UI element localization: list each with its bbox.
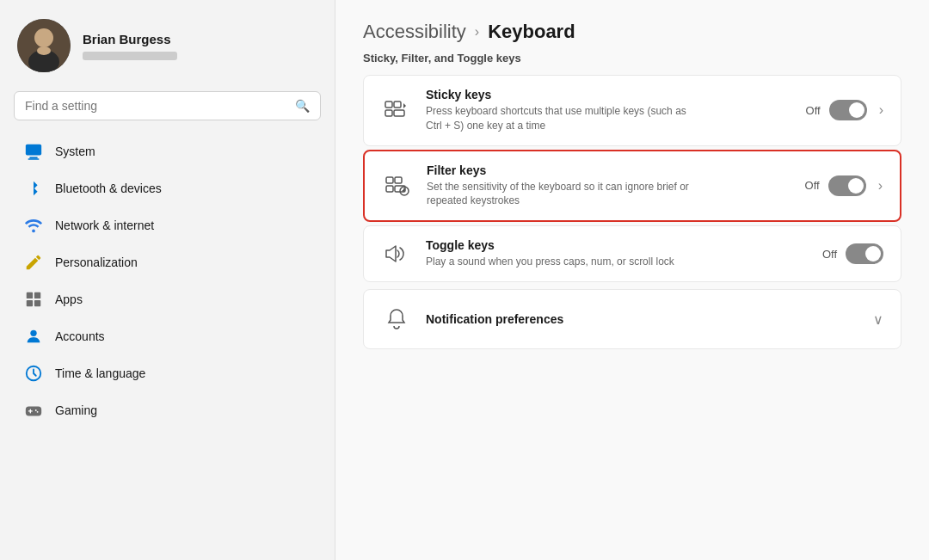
toggle-keys-label: Toggle keys	[426, 238, 809, 252]
filter-keys-desc: Set the sensitivity of the keyboard so i…	[427, 180, 702, 209]
svg-point-7	[32, 230, 35, 233]
svg-rect-6	[28, 158, 40, 159]
svg-rect-21	[386, 177, 393, 183]
svg-point-1	[34, 28, 53, 47]
apps-icon	[24, 290, 43, 309]
filter-keys-text: Filter keys Set the sensitivity of the k…	[427, 163, 791, 209]
network-icon	[24, 216, 43, 235]
svg-rect-23	[386, 186, 393, 192]
toggle-keys-icon	[381, 238, 412, 269]
notification-preferences-icon	[381, 304, 412, 335]
sidebar-item-label-apps: Apps	[55, 292, 83, 306]
nav-list: System Bluetooth & devices Network & int…	[0, 127, 335, 560]
gaming-icon	[24, 401, 43, 420]
svg-rect-4	[26, 145, 41, 156]
svg-point-15	[35, 409, 37, 411]
user-name: Brian Burgess	[83, 32, 177, 46]
filter-keys-control: Off ›	[805, 175, 883, 196]
sticky-keys-text: Sticky keys Press keyboard shortcuts tha…	[426, 88, 792, 133]
toggle-keys-card: Toggle keys Play a sound when you press …	[363, 225, 901, 282]
avatar	[17, 19, 71, 72]
svg-point-12	[30, 330, 36, 336]
sidebar-item-time[interactable]: Time & language	[7, 355, 328, 391]
sidebar-item-gaming[interactable]: Gaming	[7, 392, 328, 428]
toggle-keys-desc: Play a sound when you press caps, num, o…	[426, 255, 701, 269]
sidebar-item-label-personalization: Personalization	[55, 255, 138, 269]
sidebar-item-bluetooth[interactable]: Bluetooth & devices	[7, 170, 328, 206]
svg-rect-17	[385, 102, 392, 108]
sticky-keys-desc: Press keyboard shortcuts that use multip…	[426, 104, 701, 133]
sidebar-item-accounts[interactable]: Accounts	[7, 318, 328, 354]
main-content: Accessibility › Keyboard Sticky, Filter,…	[335, 0, 929, 560]
notification-preferences-label: Notification preferences	[426, 312, 859, 326]
filter-keys-toggle[interactable]	[828, 175, 866, 196]
notification-preferences-row[interactable]: Notification preferences ∨	[364, 290, 901, 348]
toggle-keys-track	[846, 243, 883, 264]
user-info: Brian Burgess	[83, 32, 177, 60]
svg-rect-14	[26, 406, 41, 415]
sidebar: Brian Burgess 🔍 System	[0, 0, 335, 560]
sidebar-item-label-gaming: Gaming	[55, 403, 97, 417]
svg-rect-5	[29, 157, 37, 158]
filter-keys-row[interactable]: Filter keys Set the sensitivity of the k…	[365, 151, 900, 221]
section-title: Sticky, Filter, and Toggle keys	[363, 52, 901, 65]
svg-point-3	[37, 46, 51, 55]
svg-point-16	[37, 411, 39, 413]
toggle-keys-row[interactable]: Toggle keys Play a sound when you press …	[364, 226, 901, 281]
system-icon	[24, 142, 43, 161]
svg-rect-10	[27, 300, 33, 306]
toggle-keys-text: Toggle keys Play a sound when you press …	[426, 238, 809, 269]
sidebar-item-label-time: Time & language	[55, 366, 145, 380]
breadcrumb-current: Keyboard	[488, 21, 575, 43]
sidebar-item-label-network: Network & internet	[55, 218, 154, 232]
sidebar-item-network[interactable]: Network & internet	[7, 207, 328, 243]
time-icon	[24, 364, 43, 383]
sticky-keys-chevron: ›	[879, 102, 883, 118]
notification-preferences-card: Notification preferences ∨	[363, 289, 901, 349]
sidebar-item-label-accounts: Accounts	[55, 329, 105, 343]
toggle-keys-thumb	[865, 246, 881, 262]
personalization-icon	[24, 253, 43, 272]
filter-keys-label: Filter keys	[427, 163, 791, 177]
toggle-keys-state: Off	[822, 248, 837, 261]
sticky-keys-row[interactable]: Sticky keys Press keyboard shortcuts tha…	[364, 76, 901, 145]
breadcrumb: Accessibility › Keyboard	[363, 21, 901, 43]
svg-rect-22	[395, 177, 402, 183]
sticky-keys-track	[829, 100, 867, 120]
user-profile: Brian Burgess	[0, 0, 335, 88]
search-input[interactable]	[25, 99, 288, 113]
filter-keys-chevron: ›	[878, 178, 883, 194]
toggle-keys-toggle[interactable]	[846, 243, 883, 264]
user-status-bar	[83, 52, 177, 60]
breadcrumb-parent: Accessibility	[363, 21, 466, 43]
svg-rect-11	[34, 300, 40, 306]
search-box[interactable]: 🔍	[14, 91, 321, 120]
filter-keys-icon	[382, 170, 413, 201]
filter-keys-card: Filter keys Set the sensitivity of the k…	[363, 150, 901, 223]
filter-keys-track	[828, 175, 866, 196]
sidebar-item-label-bluetooth: Bluetooth & devices	[55, 182, 162, 195]
sidebar-item-apps[interactable]: Apps	[7, 281, 328, 317]
sticky-keys-state: Off	[806, 104, 821, 117]
sticky-keys-thumb	[849, 102, 864, 118]
sticky-keys-card: Sticky keys Press keyboard shortcuts tha…	[363, 75, 901, 146]
sidebar-item-system[interactable]: System	[7, 133, 328, 169]
avatar-image	[17, 19, 71, 72]
svg-rect-19	[385, 110, 392, 116]
sticky-keys-toggle[interactable]	[829, 100, 867, 120]
toggle-keys-control: Off	[822, 243, 883, 264]
svg-rect-8	[27, 292, 33, 298]
notification-chevron-down: ∨	[873, 311, 883, 328]
search-icon: 🔍	[295, 99, 310, 113]
sticky-keys-label: Sticky keys	[426, 88, 792, 102]
breadcrumb-chevron: ›	[475, 24, 479, 40]
svg-rect-9	[34, 292, 40, 298]
filter-keys-state: Off	[805, 179, 820, 192]
accounts-icon	[24, 327, 43, 346]
svg-rect-18	[394, 102, 401, 108]
sticky-keys-icon	[381, 95, 412, 126]
svg-rect-20	[394, 110, 404, 116]
sticky-keys-control: Off ›	[806, 100, 883, 120]
sidebar-item-label-system: System	[55, 145, 95, 158]
sidebar-item-personalization[interactable]: Personalization	[7, 244, 328, 280]
